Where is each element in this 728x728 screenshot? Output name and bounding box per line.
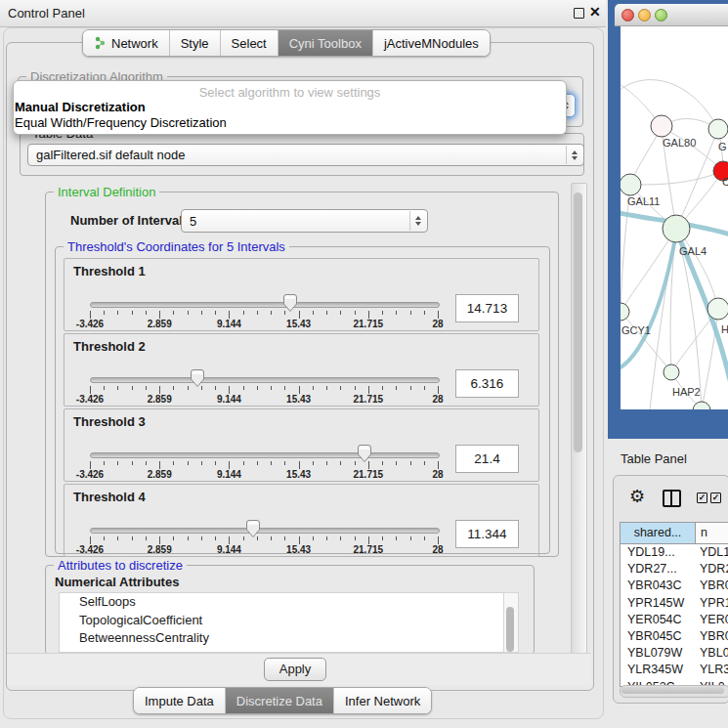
attributes-list[interactable]: SelfLoopsTopologicalCoefficientBetweenne… [59, 592, 504, 653]
table-row[interactable]: YBL079WYBL0 [621, 645, 728, 662]
threshold-panel: Threshold 4 -3.4262.8599.14415.4321.7152… [64, 484, 539, 557]
slider-track[interactable] [90, 302, 440, 308]
control-panel-titlebar: Control Panel ✕ [0, 0, 606, 27]
tab-label: Impute Data [145, 694, 214, 708]
table-row[interactable]: YBR043CYBR0 [621, 578, 728, 594]
tab-jactivemnodules[interactable]: jActiveMNodules [373, 30, 490, 56]
slider-thumb-icon[interactable] [282, 293, 298, 313]
table-row[interactable]: YBR045CYBR0 [621, 628, 728, 645]
threshold-value-field[interactable]: 11.344 [455, 520, 519, 548]
node-gcy1[interactable] [621, 303, 629, 321]
cell-name: YDL1 [695, 544, 728, 561]
threshold-value-field[interactable]: 14.713 [455, 294, 519, 322]
tick-mark [257, 461, 258, 465]
close-traffic-light-icon[interactable] [621, 9, 634, 21]
tab-impute-data[interactable]: Impute Data [134, 688, 226, 713]
zoom-traffic-light-icon[interactable] [655, 9, 667, 21]
cell-name: YBL0 [695, 645, 728, 662]
tick-mark [438, 386, 439, 394]
node-gal80[interactable] [651, 115, 672, 137]
apply-button[interactable]: Apply [264, 658, 326, 681]
combo-value: galFiltered.sif default node [36, 148, 185, 162]
network-nodes[interactable] [621, 115, 728, 409]
threshold-value-field[interactable]: 6.316 [455, 369, 519, 398]
column-header-name[interactable]: n [696, 523, 728, 543]
tab-label: Style [181, 36, 209, 51]
tick-label: 9.144 [217, 544, 241, 555]
tick-label: -3.426 [76, 394, 104, 405]
tab-label: Cyni Toolbox [289, 36, 362, 51]
tick-mark [299, 386, 300, 394]
node-hap2[interactable] [664, 364, 679, 380]
node-gal11[interactable] [621, 174, 641, 195]
table-row[interactable]: YDL19...YDL1 [621, 544, 728, 561]
attribute-item-selfloops[interactable]: SelfLoops [60, 593, 503, 612]
network-canvas[interactable]: GAL80 G C GAL11 GAL4 GCY1 H HAP2 [621, 26, 728, 409]
table-data-combobox[interactable]: galFiltered.sif default node [27, 144, 584, 166]
scrollbar-thumb[interactable] [574, 193, 582, 452]
float-window-icon[interactable] [574, 8, 584, 19]
table-row[interactable]: YPR145WYPR1 [621, 595, 728, 612]
slider-track[interactable] [90, 377, 440, 383]
scrollbar-thumb[interactable] [506, 607, 514, 652]
threshold-value-field[interactable]: 21.4 [455, 445, 519, 473]
tab-style[interactable]: Style [170, 30, 221, 56]
tab-discretize-data[interactable]: Discretize Data [226, 688, 334, 713]
slider-track[interactable] [90, 528, 440, 534]
tick-mark [313, 461, 314, 465]
tick-mark [257, 311, 258, 315]
network-icon [94, 36, 107, 50]
tab-select[interactable]: Select [221, 30, 278, 56]
node-top-right[interactable] [708, 119, 728, 139]
tick-mark [117, 461, 118, 465]
slider-thumb-icon[interactable] [357, 444, 372, 463]
dropdown-option-manual-discretization[interactable]: Manual Discretization [14, 100, 566, 115]
tab-network[interactable]: Network [83, 30, 170, 56]
tick-mark [410, 386, 411, 390]
tick-mark [299, 536, 300, 544]
column-header-shared-name[interactable]: shared... [621, 523, 696, 543]
attribute-item-topologicalcoefficient[interactable]: TopologicalCoefficient [60, 612, 503, 630]
tab-cyni-toolbox[interactable]: Cyni Toolbox [278, 30, 373, 56]
node-right-mid[interactable] [707, 298, 728, 320]
tab-label: Discretize Data [236, 694, 322, 708]
slider-track[interactable] [90, 452, 440, 458]
table-hscrollbar[interactable] [620, 685, 728, 698]
scrollbar-thumb[interactable] [621, 687, 724, 694]
tick-mark [188, 386, 189, 390]
tick-mark [326, 461, 327, 465]
attributes-scrollbar[interactable] [503, 592, 519, 653]
attribute-item-betweennesscentrality[interactable]: BetweennessCentrality [60, 629, 503, 648]
cyni-mode-tabs: Impute DataDiscretize DataInfer Network [133, 687, 432, 714]
settings-scrollbar[interactable] [571, 183, 587, 654]
tick-mark [340, 461, 341, 465]
combo-value: 5 [190, 214, 196, 229]
close-icon[interactable]: ✕ [589, 4, 601, 20]
tab-label: Infer Network [345, 694, 420, 708]
node-label-cut-g: G [718, 141, 727, 152]
tick-mark [188, 311, 189, 315]
slider-tick-labels: -3.4262.8599.14415.4321.71528 [90, 394, 438, 406]
number-of-intervals-combobox[interactable]: 5 [181, 209, 428, 233]
slider-thumb-icon[interactable] [245, 519, 261, 538]
checkbox-icon[interactable]: ✓ [697, 492, 707, 503]
gear-icon[interactable]: ⚙ [629, 486, 645, 507]
slider-thumb-icon[interactable] [190, 368, 205, 388]
table-row[interactable]: YLR345WYLR3 [621, 662, 728, 678]
tick-mark [424, 386, 425, 390]
table-panel-titlebar: Table Panel [606, 439, 728, 471]
dropdown-option-equal-width-frequency-discretization[interactable]: Equal Width/Frequency Discretization [14, 115, 566, 131]
minimize-traffic-light-icon[interactable] [638, 9, 651, 21]
tick-mark [173, 461, 174, 465]
checkbox-icon[interactable]: ✓ [710, 492, 721, 503]
cell-shared-name: YBL079W [621, 645, 695, 662]
node-gal4[interactable] [663, 215, 690, 242]
tab-infer-network[interactable]: Infer Network [334, 688, 431, 713]
tick-mark [229, 461, 230, 469]
split-table-icon[interactable] [663, 490, 681, 507]
table-row[interactable]: YDR27...YDR2 [621, 561, 728, 578]
tick-mark [90, 386, 91, 394]
node-labels: GAL80 G C GAL11 GAL4 GCY1 H HAP2 [621, 137, 728, 398]
tick-mark [104, 311, 105, 315]
table-row[interactable]: YER054CYER0 [621, 612, 728, 628]
